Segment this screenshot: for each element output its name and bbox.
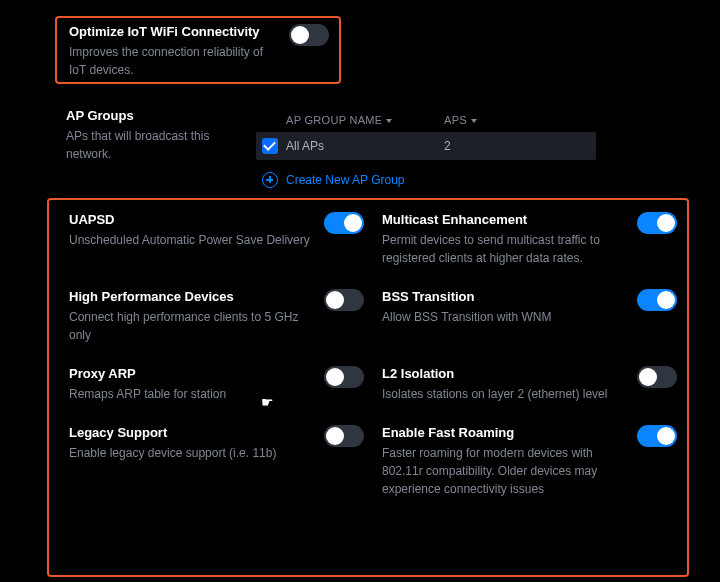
high-perf-title: High Performance Devices [69, 289, 310, 304]
ap-header-aps[interactable]: APS [444, 114, 504, 126]
bss-toggle[interactable] [637, 289, 677, 311]
high-perf-desc: Connect high performance clients to 5 GH… [69, 308, 310, 344]
legacy-desc: Enable legacy device support (i.e. 11b) [69, 444, 310, 462]
ap-header-name[interactable]: AP GROUP NAME [286, 114, 444, 126]
chevron-down-icon [471, 119, 477, 123]
legacy-toggle[interactable] [324, 425, 364, 447]
setting-fast-roaming: Enable Fast Roaming Faster roaming for m… [382, 425, 677, 498]
setting-legacy: Legacy Support Enable legacy device supp… [69, 425, 364, 498]
bss-title: BSS Transition [382, 289, 623, 304]
iot-title: Optimize IoT WiFi Connectivity [69, 24, 269, 39]
plus-circle-icon [262, 172, 278, 188]
multicast-desc: Permit devices to send multicast traffic… [382, 231, 623, 267]
ap-groups-section: AP Groups APs that will broadcast this n… [66, 108, 596, 188]
iot-desc: Improves the connection reliability of I… [69, 43, 269, 79]
proxy-arp-title: Proxy ARP [69, 366, 310, 381]
fast-roam-title: Enable Fast Roaming [382, 425, 623, 440]
iot-toggle[interactable] [289, 24, 329, 46]
ap-groups-title: AP Groups [66, 108, 256, 123]
create-ap-group-button[interactable]: Create New AP Group [262, 172, 596, 188]
setting-l2-isolation: L2 Isolation Isolates stations on layer … [382, 366, 677, 403]
advanced-settings-grid: UAPSD Unscheduled Automatic Power Save D… [69, 212, 677, 498]
chevron-down-icon [386, 119, 392, 123]
highlight-advanced-box: UAPSD Unscheduled Automatic Power Save D… [47, 198, 689, 577]
uapsd-desc: Unscheduled Automatic Power Save Deliver… [69, 231, 310, 249]
uapsd-toggle[interactable] [324, 212, 364, 234]
setting-uapsd: UAPSD Unscheduled Automatic Power Save D… [69, 212, 364, 267]
high-perf-toggle[interactable] [324, 289, 364, 311]
multicast-title: Multicast Enhancement [382, 212, 623, 227]
checkbox-checked-icon[interactable] [262, 138, 278, 154]
l2-iso-toggle[interactable] [637, 366, 677, 388]
ap-groups-desc: APs that will broadcast this network. [66, 127, 256, 163]
proxy-arp-desc: Remaps ARP table for station [69, 385, 310, 403]
proxy-arp-toggle[interactable] [324, 366, 364, 388]
ap-row-aps: 2 [444, 139, 504, 153]
setting-high-perf: High Performance Devices Connect high pe… [69, 289, 364, 344]
multicast-toggle[interactable] [637, 212, 677, 234]
legacy-title: Legacy Support [69, 425, 310, 440]
bss-desc: Allow BSS Transition with WNM [382, 308, 623, 326]
ap-table-header: AP GROUP NAME APS [256, 108, 596, 132]
ap-table-row[interactable]: All APs 2 [256, 132, 596, 160]
setting-bss: BSS Transition Allow BSS Transition with… [382, 289, 677, 344]
setting-multicast: Multicast Enhancement Permit devices to … [382, 212, 677, 267]
highlight-iot-box: Optimize IoT WiFi Connectivity Improves … [55, 16, 341, 84]
l2-iso-title: L2 Isolation [382, 366, 623, 381]
ap-row-name: All APs [286, 139, 444, 153]
fast-roam-toggle[interactable] [637, 425, 677, 447]
l2-iso-desc: Isolates stations on layer 2 (ethernet) … [382, 385, 623, 403]
uapsd-title: UAPSD [69, 212, 310, 227]
setting-proxy-arp: Proxy ARP Remaps ARP table for station [69, 366, 364, 403]
fast-roam-desc: Faster roaming for modern devices with 8… [382, 444, 623, 498]
create-ap-group-label: Create New AP Group [286, 173, 405, 187]
